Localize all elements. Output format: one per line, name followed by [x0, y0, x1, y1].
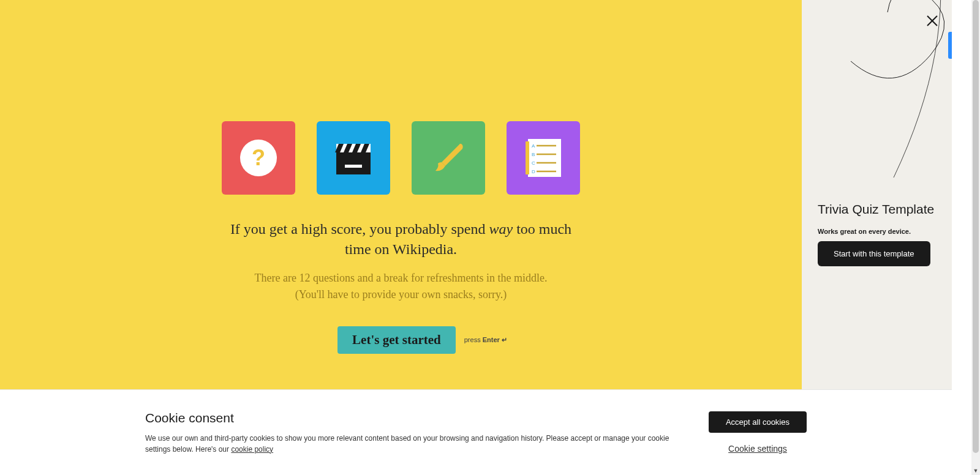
start-quiz-button[interactable]: Let's get started: [337, 326, 456, 354]
svg-text:C: C: [532, 160, 535, 166]
svg-rect-2: [336, 152, 371, 174]
sidebar-accent-tab: [948, 32, 952, 59]
answer-list-icon: A B C D: [526, 139, 561, 177]
paintbrush-icon: [427, 137, 470, 179]
close-icon: [925, 14, 939, 28]
headline-text: If you get a high score, you probably sp…: [217, 219, 585, 259]
sidebar-content: Trivia Quiz Template Works great on ever…: [818, 202, 936, 266]
sidebar-subtitle: Works great on every device.: [818, 228, 936, 235]
subtext-line1: There are 12 questions and a break for r…: [255, 272, 548, 284]
scrollbar-thumb[interactable]: [973, 0, 979, 453]
start-with-template-button[interactable]: Start with this template: [818, 241, 930, 266]
category-icons-row: ? A: [222, 121, 580, 195]
svg-text:B: B: [532, 152, 535, 157]
headline-part1: If you get a high score, you probably sp…: [230, 221, 489, 237]
press-prefix: press: [464, 336, 483, 343]
cookie-text-block: Cookie consent We use our own and third-…: [145, 411, 684, 455]
scroll-down-arrow-icon[interactable]: ▼: [971, 466, 980, 475]
svg-rect-10: [526, 141, 529, 174]
category-tile-question: ?: [222, 121, 295, 195]
category-tile-movies: [317, 121, 390, 195]
cookie-policy-link[interactable]: cookie policy: [231, 445, 273, 454]
press-key: Enter ↵: [483, 336, 507, 343]
category-tile-art: [412, 121, 485, 195]
cookie-actions: Accept all cookies Cookie settings: [709, 411, 807, 454]
headline-italic: way: [489, 221, 513, 237]
svg-text:?: ?: [252, 145, 265, 170]
svg-rect-8: [345, 165, 362, 168]
category-tile-list: A B C D: [507, 121, 580, 195]
cookie-description: We use our own and third-party cookies t…: [145, 433, 684, 455]
cookie-settings-link[interactable]: Cookie settings: [728, 444, 787, 454]
close-sidebar-button[interactable]: [924, 12, 941, 29]
vertical-scrollbar[interactable]: ▼: [971, 0, 980, 475]
svg-text:D: D: [532, 169, 535, 174]
cookie-consent-banner: Cookie consent We use our own and third-…: [0, 389, 952, 475]
subtext-line2: (You'll have to provide your own snacks,…: [295, 288, 507, 301]
question-mark-icon: ?: [239, 138, 278, 178]
sidebar-title: Trivia Quiz Template: [818, 202, 936, 217]
accept-cookies-button[interactable]: Accept all cookies: [709, 411, 807, 433]
press-enter-hint: press Enter ↵: [464, 336, 507, 344]
cta-row: Let's get started press Enter ↵: [337, 326, 507, 354]
clapperboard-icon: [334, 141, 373, 174]
svg-text:A: A: [532, 143, 535, 149]
subtext: There are 12 questions and a break for r…: [255, 270, 548, 303]
cookie-text-body: We use our own and third-party cookies t…: [145, 434, 669, 454]
cookie-title: Cookie consent: [145, 411, 684, 425]
